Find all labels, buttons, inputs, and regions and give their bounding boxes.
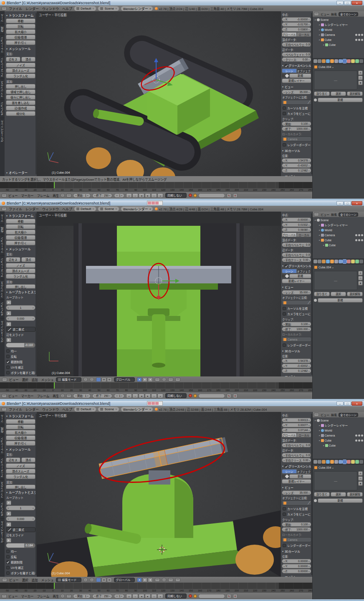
cursor-x-field[interactable]: ◂X:0.54378▸ — [282, 359, 311, 363]
current-frame-field[interactable]: ◂1▸ — [114, 594, 124, 598]
slot-specials-button[interactable]: ▾ — [358, 281, 363, 285]
tool-button[interactable]: 押す/引く — [6, 441, 35, 446]
render-border-checkbox[interactable]: レンダーボーダー — [283, 543, 311, 548]
cursor-lock-checkbox[interactable]: カーソルを注視 — [283, 306, 311, 311]
play-reverse-button[interactable]: ◂ — [139, 193, 144, 198]
local-button[interactable]: ローカル — [297, 232, 312, 237]
edge-data-field[interactable]: ◂平均クリース:0.00▸ — [282, 458, 311, 462]
current-frame-line[interactable] — [54, 182, 55, 188]
vertex-select-icon[interactable] — [137, 377, 142, 382]
physics-tab[interactable] — [359, 59, 363, 63]
local-camera-field[interactable]: Camera× — [282, 537, 311, 542]
cursor-lock-checkbox[interactable]: カーソルを注視 — [283, 507, 311, 511]
window-titlebar[interactable]: Blender* [C:¥Users¥yanazawa¥Downloads¥sc… — [0, 200, 364, 206]
new-material-button[interactable]: 新規 — [318, 498, 363, 503]
physics-tab[interactable] — [359, 460, 363, 464]
opengl-render-icon[interactable] — [175, 578, 180, 582]
constraints-tab[interactable] — [334, 460, 338, 464]
timeline-menu-item[interactable]: マーカー — [21, 394, 34, 398]
toolshelf-tab[interactable]: ツール — [0, 11, 5, 24]
world-tab[interactable] — [326, 59, 330, 63]
timeline-ruler[interactable]: -50-40-30-20-100102030405060708090100110… — [0, 382, 312, 392]
editor-type-icon[interactable] — [2, 594, 7, 598]
outliner-row[interactable]: ▸ World — [313, 27, 363, 32]
unlink-icon[interactable]: × — [92, 207, 94, 210]
outliner-row[interactable]: ▸ Cube — [313, 443, 363, 448]
menu-item[interactable]: ウィンドウ — [42, 407, 59, 412]
particles-tab[interactable] — [355, 460, 359, 464]
outliner-row[interactable]: ▸ レンダーレイヤー — [313, 423, 363, 428]
outliner-filter-selector[interactable]: 全てのシーン — [339, 413, 358, 417]
add-slot-button[interactable]: + — [358, 71, 363, 75]
start-frame-field[interactable]: ◂開始:1▸ — [73, 193, 90, 198]
object-tab[interactable] — [330, 460, 334, 464]
gp-scene-button[interactable]: シーン — [282, 469, 297, 474]
material-tab[interactable] — [347, 260, 351, 263]
clear-icon[interactable]: × — [298, 538, 300, 541]
tool-button[interactable]: 頂点スムーズ — [6, 68, 35, 73]
cursor-x-field[interactable]: ◂X:0.00000▸ — [282, 559, 311, 563]
outliner-filter-selector[interactable]: 全てのシーン — [339, 12, 358, 16]
jump-end-button[interactable]: » — [157, 594, 163, 598]
tool-button[interactable]: 頂点 — [21, 57, 36, 62]
tool-button[interactable]: 頂点 — [21, 457, 36, 462]
tool-button[interactable]: 移動 — [6, 219, 35, 224]
outliner-row[interactable]: ▸ Cube — [313, 237, 363, 242]
tool-button[interactable]: 拡大縮小 — [6, 430, 35, 435]
orientation-selector[interactable]: グローバル▾ — [114, 377, 135, 382]
outliner-search-menu[interactable]: 検索 — [331, 413, 337, 417]
maximize-button[interactable]: □ — [344, 402, 351, 406]
preview-range-icon[interactable] — [61, 394, 65, 398]
cursor-x-field[interactable]: ◂X:0.54378▸ — [282, 158, 311, 163]
gp-object-button[interactable]: オブジェクト — [297, 269, 312, 273]
tool-button[interactable]: 辺をス — [6, 57, 20, 62]
tool-button[interactable]: 面を差し込む — [6, 100, 35, 105]
next-keyframe-button[interactable]: › — [151, 394, 157, 398]
pencil-icon[interactable] — [282, 275, 285, 278]
item-section-header[interactable]: ▼アイテム — [282, 174, 311, 176]
proportional-edit-icon[interactable] — [162, 377, 166, 381]
option-checkbox[interactable]: UVを補正 — [6, 566, 35, 570]
current-frame-field[interactable]: ◂1▸ — [114, 193, 124, 198]
particles-tab[interactable] — [355, 260, 359, 263]
particles-tab[interactable] — [355, 59, 359, 63]
view-section-header[interactable]: ▼ビュー — [282, 85, 311, 89]
engine-selector[interactable]: Blenderレンダー▾ — [121, 207, 153, 211]
timeline-menu-item[interactable]: フレーム — [37, 594, 50, 598]
material-tab[interactable] — [347, 460, 351, 464]
window-titlebar[interactable]: Blender* [C:¥Users¥yanazawa¥Downloads¥sc… — [0, 401, 364, 406]
material-slot-list[interactable]: — — [314, 71, 357, 90]
proportional-edit-icon[interactable] — [162, 578, 166, 582]
add-slot-button[interactable]: + — [358, 471, 363, 476]
tool-button[interactable]: ノイズ — [6, 263, 35, 268]
object-tab[interactable] — [330, 59, 334, 63]
prev-keyframe-button[interactable]: ‹ — [132, 394, 138, 398]
unlink-icon[interactable]: × — [115, 7, 117, 10]
close-button[interactable]: × — [351, 1, 362, 5]
toolshelf-tab[interactable]: オプション — [0, 500, 5, 518]
delete-keyframe-icon[interactable]: ✕ — [233, 594, 238, 598]
disclosure-icon[interactable]: ▸ — [319, 239, 320, 241]
panel-transform-header[interactable]: ▼トランスフォーム — [6, 13, 35, 18]
new-layer-button[interactable]: 新規レイヤー — [282, 279, 311, 283]
jump-start-button[interactable]: « — [126, 594, 132, 598]
scene-tab[interactable] — [322, 460, 326, 464]
toolshelf-tab[interactable]: アニメーション — [0, 456, 5, 480]
jump-start-button[interactable]: « — [126, 394, 132, 398]
timeline-menu-item[interactable]: フレーム — [37, 193, 50, 198]
pencil-icon[interactable] — [282, 74, 285, 77]
minimize-button[interactable]: – — [336, 201, 344, 205]
play-button[interactable]: ▸ — [145, 394, 151, 398]
new-layer-button[interactable]: 新規レイヤー — [282, 479, 311, 484]
factor-slider[interactable]: -0.110 — [6, 343, 35, 348]
keyframe-icon[interactable] — [193, 594, 197, 598]
median-x-field[interactable]: ◂X:-0.00000▸ — [282, 217, 311, 222]
disclosure-icon[interactable]: ▸ — [319, 424, 320, 427]
unlink-icon[interactable]: × — [92, 7, 94, 10]
render-tab[interactable] — [313, 260, 317, 263]
disclosure-icon[interactable]: ▸ — [315, 18, 316, 21]
gpencil-checkbox[interactable] — [285, 64, 288, 67]
loopcut-panel-header[interactable]: ▼ループカットとスライド — [6, 490, 35, 495]
vertex-data-field[interactable]: ◂平均ベベルウェ:0.00▸ — [282, 42, 311, 47]
timeline-menu-item[interactable]: 再生 — [53, 594, 59, 598]
